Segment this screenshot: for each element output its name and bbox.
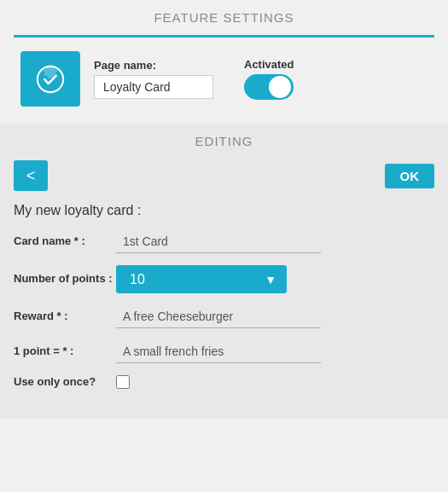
page-name-block: Page name: <box>94 59 213 99</box>
points-dropdown-wrapper: 10 5 15 20 ▼ <box>116 265 287 293</box>
feature-settings-section: FEATURE SETTINGS Page name: Activated <box>0 0 448 124</box>
activated-toggle[interactable] <box>244 74 294 100</box>
card-name-label: Card name * : <box>14 234 116 249</box>
card-name-row: Card name * : <box>14 230 434 253</box>
activated-block: Activated <box>244 58 294 100</box>
ok-button[interactable]: OK <box>385 164 435 188</box>
number-of-points-row: Number of points : 10 5 15 20 ▼ <box>14 265 434 293</box>
activated-label: Activated <box>244 58 294 71</box>
reward-input[interactable] <box>116 305 321 328</box>
gear-check-icon <box>32 61 68 97</box>
reward-row: Reward * : <box>14 305 434 328</box>
card-title: My new loyalty card : <box>14 203 434 218</box>
use-only-once-checkbox[interactable] <box>116 375 130 389</box>
toggle-knob <box>269 76 291 98</box>
editing-toolbar: < OK <box>14 160 434 191</box>
teal-divider <box>14 35 434 38</box>
page-name-label: Page name: <box>94 59 213 72</box>
feature-row: Page name: Activated <box>14 48 434 110</box>
feature-settings-title: FEATURE SETTINGS <box>14 10 434 25</box>
number-of-points-label: Number of points : <box>14 272 116 287</box>
use-only-once-row: Use only once? <box>14 375 434 390</box>
card-name-input[interactable] <box>116 230 321 253</box>
gear-box <box>20 51 80 107</box>
one-point-label: 1 point = * : <box>14 344 116 359</box>
one-point-input[interactable] <box>116 340 321 363</box>
back-button[interactable]: < <box>14 160 48 191</box>
use-only-once-label: Use only once? <box>14 375 116 390</box>
one-point-row: 1 point = * : <box>14 340 434 363</box>
reward-label: Reward * : <box>14 310 116 324</box>
points-dropdown[interactable]: 10 5 15 20 <box>116 265 287 293</box>
editing-section: EDITING < OK My new loyalty card : Card … <box>0 124 448 419</box>
editing-title: EDITING <box>14 134 434 148</box>
page-name-input[interactable] <box>94 75 213 99</box>
